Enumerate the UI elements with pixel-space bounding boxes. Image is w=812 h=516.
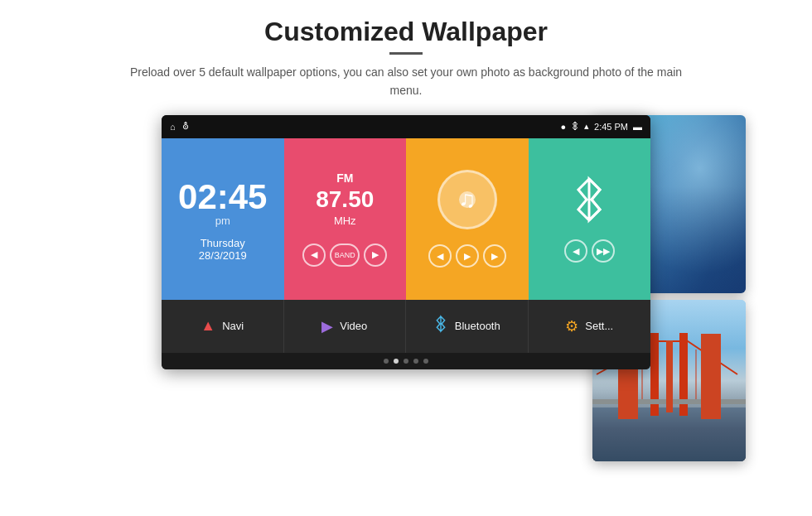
radio-band-button[interactable]: BAND (330, 244, 360, 267)
bt-prev-button[interactable]: ◀ (564, 239, 587, 263)
wifi-icon: ▴ (584, 121, 589, 132)
navi-icon: ▲ (201, 317, 215, 335)
bt-controls: ◀ ▶▶ (564, 239, 615, 263)
clock-time: 02:45 (178, 180, 267, 215)
clock-day: Thursday (201, 237, 245, 249)
bluetooth-tile: ◀ ▶▶ (529, 138, 651, 300)
status-left: ⌂ ⛢ (170, 121, 189, 132)
radio-frequency: 87.50 (316, 188, 374, 211)
svg-rect-4 (592, 399, 746, 404)
page-title: Customized Wallpaper (264, 17, 548, 47)
location-icon: ● (560, 122, 566, 132)
bluetooth-large-icon (568, 175, 610, 224)
page-dot-5[interactable] (423, 359, 428, 364)
clock-tile: 02:45 pm Thursday 28/3/2019 (162, 138, 284, 300)
music-disc: ♫ (437, 170, 497, 229)
usb-icon: ⛢ (182, 121, 189, 132)
app-grid: 02:45 pm Thursday 28/3/2019 FM 87.50 MHz… (162, 138, 650, 300)
music-play-button[interactable]: ▶ (456, 244, 479, 268)
nav-item-settings[interactable]: ⚙ Sett... (529, 300, 651, 353)
music-prev-button[interactable]: ◀ (428, 244, 452, 268)
radio-next-button[interactable]: ▶ (364, 244, 387, 267)
music-tile: ♫ ◀ ▶ ▶ (406, 138, 529, 300)
status-right: ● ▴ 2:45 PM ▬ (560, 120, 642, 133)
video-icon: ▶ (321, 317, 333, 335)
music-controls: ◀ ▶ ▶ (428, 244, 506, 268)
nav-label-settings: Sett... (585, 320, 613, 332)
clock-ampm: pm (215, 215, 230, 227)
radio-controls: ◀ BAND ▶ (302, 244, 387, 267)
battery-icon: ▬ (633, 122, 642, 132)
page-dot-3[interactable] (404, 359, 408, 364)
clock-date: 28/3/2019 (199, 249, 247, 262)
status-bar: ⌂ ⛢ ● ▴ 2:45 PM ▬ (162, 115, 650, 138)
radio-prev-button[interactable]: ◀ (302, 244, 326, 267)
settings-icon: ⚙ (565, 317, 578, 335)
nav-item-bluetooth[interactable]: Bluetooth (406, 300, 529, 353)
page-dot-2[interactable] (394, 359, 399, 364)
bluetooth-status-icon (571, 120, 579, 133)
page-dot-4[interactable] (413, 359, 418, 364)
nav-item-video[interactable]: ▶ Video (284, 300, 407, 353)
bt-next-track-button[interactable]: ▶▶ (592, 239, 615, 263)
radio-unit: MHz (334, 215, 356, 227)
page-dots (162, 353, 650, 369)
title-divider (389, 52, 423, 55)
nav-label-bluetooth: Bluetooth (455, 320, 500, 332)
page-dot-1[interactable] (384, 359, 389, 364)
svg-rect-1 (592, 407, 746, 461)
car-screen: ⌂ ⛢ ● ▴ 2:45 PM ▬ 02:45 pm Thursday 28/3… (162, 115, 650, 369)
time-display: 2:45 PM (594, 122, 628, 132)
bottom-nav: ▲ Navi ▶ Video Bluetooth ⚙ Sett... (162, 300, 650, 353)
main-content: ⌂ ⛢ ● ▴ 2:45 PM ▬ 02:45 pm Thursday 28/3… (50, 115, 762, 369)
page-subtitle: Preload over 5 default wallpaper options… (116, 63, 696, 100)
bluetooth-nav-icon (433, 315, 448, 337)
nav-label-video: Video (340, 320, 367, 332)
nav-item-navi[interactable]: ▲ Navi (162, 300, 284, 353)
radio-label: FM (336, 171, 353, 185)
nav-label-navi: Navi (222, 320, 244, 332)
radio-tile: FM 87.50 MHz ◀ BAND ▶ (284, 138, 407, 300)
music-next-button[interactable]: ▶ (483, 244, 506, 268)
home-icon: ⌂ (170, 122, 176, 132)
music-note-icon: ♫ (458, 186, 476, 213)
